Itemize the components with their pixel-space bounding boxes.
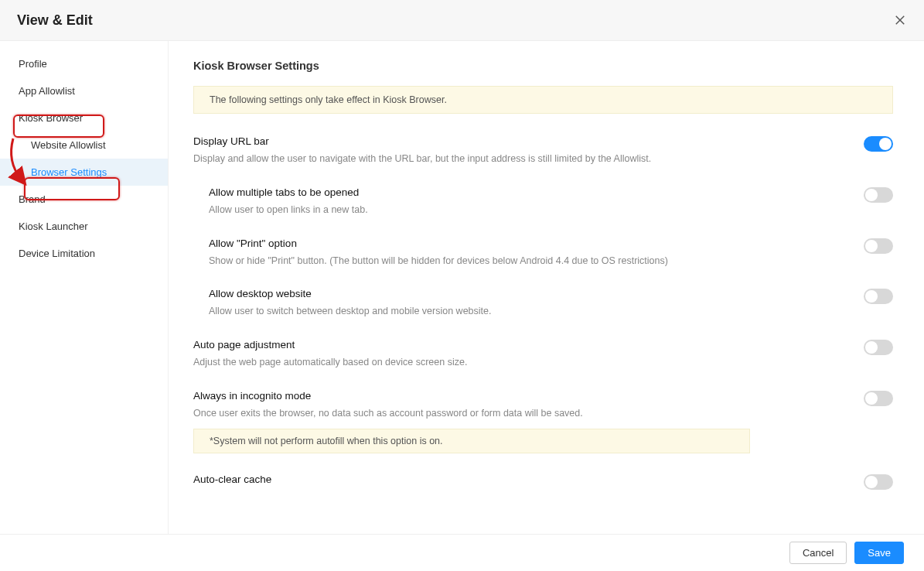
sidebar-item-profile[interactable]: Profile [0,50,168,77]
cancel-button[interactable]: Cancel [789,542,847,564]
setting-title: Allow desktop website [209,288,840,299]
sidebar-item-browser-settings[interactable]: Browser Settings [0,159,168,186]
toggle-allow-desktop-website[interactable] [864,289,893,304]
sidebar: Profile App Allowlist Kiosk Browser Webs… [0,41,169,534]
toggle-allow-print[interactable] [864,238,893,254]
toggle-allow-multiple-tabs[interactable] [864,187,893,203]
allowlist-link[interactable]: Allowlist [614,153,649,164]
sidebar-item-app-allowlist[interactable]: App Allowlist [0,77,168,104]
setting-desc: Adjust the web page automatically based … [193,355,840,370]
setting-auto-clear-cache: Auto-clear cache [193,474,893,490]
sidebar-item-kiosk-launcher[interactable]: Kiosk Launcher [0,213,168,240]
info-notice: The following settings only take effect … [193,86,893,114]
main-content: Kiosk Browser Settings The following set… [169,41,924,534]
toggle-auto-clear-cache[interactable] [864,474,893,490]
sidebar-item-device-limitation[interactable]: Device Limitation [0,240,168,267]
setting-allow-desktop-website: Allow desktop website Allow user to swit… [193,288,893,319]
sidebar-item-kiosk-browser[interactable]: Kiosk Browser [0,104,168,132]
setting-desc: Display and allow the user to navigate w… [193,152,840,166]
dialog-title: View & Edit [17,12,93,29]
close-icon[interactable] [893,13,907,27]
setting-display-url-bar: Display URL bar Display and allow the us… [193,135,893,166]
page-title: Kiosk Browser Settings [193,60,893,72]
setting-always-incognito: Always in incognito mode Once user exits… [193,390,893,421]
setting-allow-print: Allow "Print" option Show or hide "Print… [193,238,893,268]
setting-desc: Allow user to open links in a new tab. [209,203,840,217]
dialog-footer: Cancel Save [0,534,924,571]
setting-title: Auto-clear cache [193,474,840,485]
setting-desc: Show or hide "Print" button. (The button… [209,254,840,268]
toggle-always-incognito[interactable] [864,391,893,406]
setting-allow-multiple-tabs: Allow multiple tabs to be opened Allow u… [193,186,893,217]
incognito-sub-notice: *System will not perform autofill when t… [193,429,750,453]
setting-title: Auto page adjustment [193,339,840,350]
toggle-auto-page-adjustment[interactable] [864,340,893,355]
sidebar-item-brand[interactable]: Brand [0,186,168,213]
setting-desc: Once user exits the browser, no data suc… [193,406,840,421]
setting-auto-page-adjustment: Auto page adjustment Adjust the web page… [193,339,893,370]
save-button[interactable]: Save [854,542,904,564]
sidebar-item-website-allowlist[interactable]: Website Allowlist [0,132,168,159]
setting-title: Allow "Print" option [209,238,840,249]
setting-title: Allow multiple tabs to be opened [209,186,840,198]
setting-title: Always in incognito mode [193,390,840,402]
dialog-header: View & Edit [0,0,924,40]
setting-desc: Allow user to switch between desktop and… [209,304,840,319]
setting-title: Display URL bar [193,135,840,147]
toggle-display-url-bar[interactable] [864,136,893,152]
